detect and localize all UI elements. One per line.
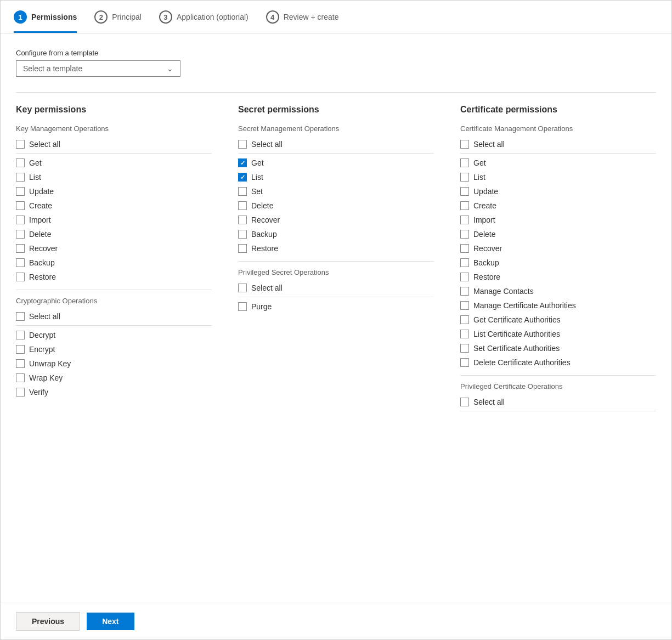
checkbox-item[interactable]: Get [16, 156, 212, 170]
checkbox[interactable] [16, 158, 25, 167]
checkbox-item[interactable]: Restore [460, 270, 656, 284]
checkbox[interactable] [16, 187, 25, 196]
template-dropdown[interactable]: Select a template ⌄ [16, 60, 180, 77]
checkbox[interactable] [460, 287, 469, 296]
checkbox[interactable] [238, 187, 247, 196]
checkbox-item[interactable]: List [16, 170, 212, 184]
checkbox-item[interactable]: Decrypt [16, 328, 212, 342]
checkbox-label: List Certificate Authorities [473, 330, 560, 338]
checkbox[interactable] [238, 140, 247, 149]
checkbox-item[interactable]: List [460, 170, 656, 184]
checkbox-item[interactable]: Unwrap Key [16, 356, 212, 371]
checkbox-item[interactable]: Create [460, 199, 656, 213]
checkbox[interactable] [16, 273, 25, 281]
checkbox[interactable] [460, 158, 469, 167]
checkbox[interactable] [460, 216, 469, 224]
checkbox-item[interactable]: Update [16, 184, 212, 199]
checkbox-item[interactable]: Select all [16, 309, 212, 326]
checkbox-item[interactable]: Select all [460, 395, 656, 411]
checkbox[interactable] [238, 302, 247, 311]
checkbox[interactable] [460, 244, 469, 253]
checkbox-item[interactable]: Wrap Key [16, 371, 212, 385]
previous-button[interactable]: Previous [16, 612, 80, 631]
checkbox-item[interactable]: Verify [16, 385, 212, 399]
checkbox[interactable] [16, 331, 25, 339]
checkbox-item[interactable]: Set Certificate Authorities [460, 341, 656, 355]
checkbox-item[interactable]: Delete [16, 227, 212, 241]
step-number: 4 [266, 10, 279, 24]
checkbox[interactable] [460, 187, 469, 196]
checkbox-item[interactable]: Restore [238, 241, 434, 256]
checkbox[interactable] [16, 373, 25, 382]
checkbox-item[interactable]: Delete [238, 199, 434, 213]
checkbox[interactable] [460, 201, 469, 210]
checkbox-item[interactable]: Restore [16, 270, 212, 284]
checkbox[interactable] [16, 258, 25, 267]
checkbox-label: Get [251, 158, 264, 167]
checkbox-item[interactable]: Recover [16, 241, 212, 256]
wizard-step-application-optional[interactable]: 3 Application (optional) [159, 10, 249, 33]
checkbox[interactable] [238, 244, 247, 253]
checkbox-item[interactable]: Select all [238, 137, 434, 154]
wizard-step-principal[interactable]: 2 Principal [94, 10, 142, 33]
checkbox-item[interactable]: Recover [238, 213, 434, 227]
checkbox-item[interactable]: Purge [238, 299, 434, 314]
checkbox-item[interactable]: Backup [16, 256, 212, 270]
checkbox[interactable] [460, 230, 469, 239]
checkbox[interactable] [460, 273, 469, 281]
checkbox-item[interactable]: Manage Contacts [460, 284, 656, 298]
checkbox-item[interactable]: Set [238, 184, 434, 199]
checkbox-label: Wrap Key [29, 373, 63, 382]
checkbox[interactable] [238, 173, 247, 182]
checkbox[interactable] [460, 358, 469, 367]
next-button[interactable]: Next [87, 613, 134, 630]
checkbox[interactable] [238, 284, 247, 292]
checkbox[interactable] [16, 244, 25, 253]
checkbox[interactable] [460, 398, 469, 406]
checkbox-item[interactable]: Delete [460, 227, 656, 241]
checkbox[interactable] [460, 258, 469, 267]
checkbox-label: Recover [473, 244, 502, 253]
checkbox-label: Select all [251, 284, 283, 292]
checkbox-label: Delete [251, 201, 273, 210]
checkbox-item[interactable]: Get [238, 156, 434, 170]
checkbox-item[interactable]: Get [460, 156, 656, 170]
wizard-step-review-+-create[interactable]: 4 Review + create [266, 10, 339, 33]
checkbox[interactable] [460, 330, 469, 338]
checkbox-item[interactable]: Create [16, 199, 212, 213]
checkbox[interactable] [16, 230, 25, 239]
checkbox[interactable] [16, 216, 25, 224]
checkbox-item[interactable]: Select all [16, 137, 212, 154]
checkbox-item[interactable]: Backup [460, 256, 656, 270]
checkbox-item[interactable]: Update [460, 184, 656, 199]
checkbox[interactable] [16, 201, 25, 210]
checkbox-item[interactable]: Import [16, 213, 212, 227]
wizard-step-permissions[interactable]: 1 Permissions [14, 10, 77, 33]
checkbox-item[interactable]: List [238, 170, 434, 184]
checkbox[interactable] [16, 345, 25, 354]
checkbox-item[interactable]: Backup [238, 227, 434, 241]
checkbox[interactable] [238, 201, 247, 210]
checkbox-item[interactable]: List Certificate Authorities [460, 327, 656, 341]
checkbox-item[interactable]: Recover [460, 241, 656, 256]
checkbox-item[interactable]: Encrypt [16, 342, 212, 356]
checkbox[interactable] [16, 359, 25, 368]
checkbox-item[interactable]: Select all [238, 281, 434, 297]
checkbox[interactable] [16, 312, 25, 321]
checkbox[interactable] [460, 315, 469, 324]
checkbox[interactable] [460, 344, 469, 353]
checkbox[interactable] [238, 158, 247, 167]
checkbox[interactable] [460, 140, 469, 149]
checkbox[interactable] [460, 173, 469, 182]
checkbox[interactable] [238, 230, 247, 239]
checkbox-item[interactable]: Import [460, 213, 656, 227]
checkbox[interactable] [460, 301, 469, 310]
checkbox[interactable] [16, 140, 25, 149]
checkbox-item[interactable]: Manage Certificate Authorities [460, 298, 656, 313]
checkbox[interactable] [16, 173, 25, 182]
checkbox-item[interactable]: Select all [460, 137, 656, 154]
checkbox[interactable] [238, 216, 247, 224]
checkbox-item[interactable]: Get Certificate Authorities [460, 313, 656, 327]
checkbox[interactable] [16, 388, 25, 397]
checkbox-item[interactable]: Delete Certificate Authorities [460, 355, 656, 370]
